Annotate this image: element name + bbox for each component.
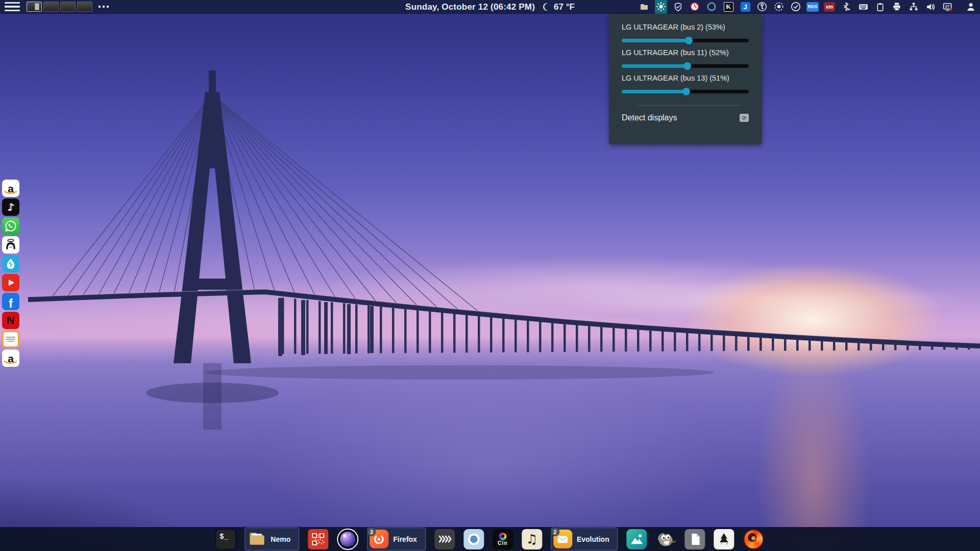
camera-lens-icon[interactable] bbox=[337, 529, 358, 550]
gimp-icon[interactable] bbox=[656, 529, 676, 549]
key-circle-icon[interactable] bbox=[756, 0, 768, 14]
chromium-icon[interactable] bbox=[463, 529, 484, 549]
angel-face-icon[interactable] bbox=[2, 236, 19, 254]
whatsapp-icon[interactable] bbox=[2, 217, 19, 235]
brightness-popup: LG ULTRAGEAR (bus 2) (53%) LG ULTRAGEAR … bbox=[609, 14, 762, 144]
terminal-icon[interactable]: $_ bbox=[215, 529, 236, 549]
workspace-switcher bbox=[27, 2, 92, 12]
volume-icon[interactable] bbox=[924, 0, 937, 14]
workspace-4[interactable] bbox=[77, 2, 92, 12]
popup-separator bbox=[636, 105, 742, 106]
detect-displays-item[interactable]: Detect displays ⟳ bbox=[622, 113, 749, 122]
shield-check-icon[interactable] bbox=[672, 0, 684, 14]
window-count-badge: 3 bbox=[367, 528, 376, 536]
check-circle-icon[interactable] bbox=[790, 0, 802, 14]
bluetooth-icon[interactable] bbox=[840, 0, 852, 14]
clapperboard-icon[interactable] bbox=[434, 529, 455, 549]
refresh-icon[interactable]: ⟳ bbox=[740, 114, 749, 122]
weather-applet[interactable]: 67 °F bbox=[542, 2, 575, 12]
workspace-3[interactable] bbox=[60, 2, 76, 12]
workspace-2[interactable] bbox=[43, 2, 59, 12]
keepass-icon[interactable]: K bbox=[722, 0, 734, 14]
amazon-store-icon[interactable] bbox=[2, 331, 19, 348]
top-panel: Sunday, October 12 (06:42 PM) 67 °F bbox=[0, 0, 980, 14]
phoenix-browser-icon[interactable] bbox=[743, 529, 765, 550]
window-label: Firefox bbox=[393, 535, 417, 543]
vm-icon[interactable]: vm bbox=[823, 0, 836, 14]
network-icon[interactable] bbox=[908, 0, 920, 14]
bottom-dock: $_ Nemo 3 bbox=[215, 527, 764, 551]
music-app-icon[interactable]: ♫ bbox=[522, 529, 542, 549]
brightness-label-2: LG ULTRAGEAR (bus 11) (52%) bbox=[622, 48, 749, 57]
nemo-folder-icon bbox=[247, 530, 266, 548]
svg-text:27: 27 bbox=[945, 4, 949, 9]
window-label: Nemo bbox=[271, 535, 290, 543]
panel-overflow-icon[interactable] bbox=[99, 6, 109, 8]
window-button-nemo[interactable]: Nemo bbox=[244, 528, 299, 550]
amazon-icon-2[interactable]: a bbox=[2, 349, 19, 367]
slider-thumb-3[interactable] bbox=[682, 88, 690, 95]
joplin-icon[interactable]: J bbox=[739, 0, 751, 14]
timer-clock-icon[interactable] bbox=[689, 0, 701, 14]
focus-circle-icon[interactable] bbox=[773, 0, 785, 14]
system-tray: K J RDS vm bbox=[638, 0, 980, 14]
tiktok-icon[interactable]: ♪ bbox=[2, 198, 19, 216]
brightness-slider-2[interactable] bbox=[622, 62, 749, 70]
amazon-smile-icon bbox=[2, 190, 19, 195]
printer-icon[interactable] bbox=[891, 0, 903, 14]
window-button-evolution[interactable]: 2 Evolution bbox=[551, 528, 618, 550]
cinelerra-icon[interactable]: CIn bbox=[493, 529, 513, 549]
amazon-smile-icon bbox=[2, 360, 19, 365]
keyboard-icon[interactable] bbox=[857, 0, 869, 14]
window-button-firefox[interactable]: 3 Firefox bbox=[367, 528, 426, 550]
left-dock: a ♪ f N bbox=[2, 180, 19, 367]
clipboard-icon[interactable] bbox=[874, 0, 886, 14]
files-folder-icon[interactable] bbox=[638, 0, 650, 14]
brightness-icon[interactable] bbox=[655, 0, 667, 14]
leaf-shield-icon[interactable] bbox=[2, 255, 19, 272]
brightness-slider-1[interactable] bbox=[622, 37, 749, 44]
desktop: Sunday, October 12 (06:42 PM) 67 °F bbox=[0, 0, 980, 551]
brightness-label-3: LG ULTRAGEAR (bus 13) (51%) bbox=[622, 74, 749, 82]
inkscape-icon[interactable] bbox=[714, 529, 734, 549]
slider-thumb-1[interactable] bbox=[685, 37, 693, 44]
brightness-label-1: LG ULTRAGEAR (bus 2) (53%) bbox=[622, 23, 749, 31]
window-count-badge: 2 bbox=[551, 528, 559, 536]
swirl-icon[interactable] bbox=[705, 0, 718, 14]
weather-temperature: 67 °F bbox=[554, 2, 575, 12]
detect-displays-label: Detect displays bbox=[622, 113, 677, 122]
qr-code-icon[interactable] bbox=[308, 529, 328, 549]
color-wheel-icon bbox=[499, 533, 506, 540]
workspace-1[interactable] bbox=[27, 2, 42, 12]
libreoffice-icon[interactable] bbox=[685, 529, 705, 549]
user-icon[interactable] bbox=[965, 0, 977, 14]
amazon-icon[interactable]: a bbox=[2, 180, 19, 197]
monitor-alert-icon[interactable]: 27 bbox=[941, 0, 953, 14]
facebook-icon[interactable]: f bbox=[2, 293, 19, 310]
bridge-silhouette bbox=[0, 0, 980, 551]
youtube-icon[interactable] bbox=[2, 274, 19, 291]
bottom-panel: $_ Nemo 3 bbox=[0, 527, 980, 551]
photos-icon[interactable] bbox=[627, 529, 647, 549]
slider-thumb-2[interactable] bbox=[683, 62, 691, 70]
moon-icon bbox=[542, 2, 551, 12]
brightness-slider-3[interactable] bbox=[622, 88, 749, 95]
netflix-icon[interactable]: N bbox=[2, 312, 19, 329]
window-label: Evolution bbox=[577, 535, 609, 543]
rds-icon[interactable]: RDS bbox=[806, 0, 819, 14]
menu-icon[interactable] bbox=[5, 2, 20, 11]
clock-applet[interactable]: Sunday, October 12 (06:42 PM) bbox=[405, 2, 535, 12]
